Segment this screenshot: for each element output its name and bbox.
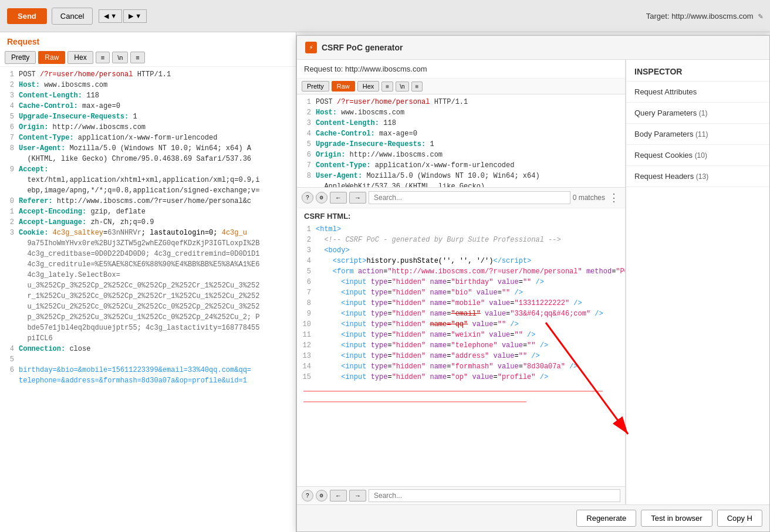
csrf-html-code[interactable]: 1<html> 2 <!-- CSRF PoC - generated by B… (297, 222, 625, 486)
modal-tab-raw[interactable]: Raw (332, 81, 355, 92)
forward-button[interactable]: ▶ ▼ (123, 9, 147, 23)
modal-icon-ln[interactable]: \n (396, 82, 408, 92)
csrf-html-section: CSRF HTML: 1<html> 2 <!-- CSRF PoC - gen… (297, 208, 625, 504)
inspector-item-label: Query Parameters (1) (634, 109, 708, 117)
csrf-html-label: CSRF HTML: (297, 208, 625, 222)
csrf-icon: ⚡ (305, 42, 317, 53)
search-input[interactable] (369, 191, 570, 204)
test-in-browser-button[interactable]: Test in browser (641, 510, 712, 527)
top-search-bar: ? ⚙ ← → 0 matches ⋮ (297, 187, 625, 208)
request-panel: Request Pretty Raw Hex ≡ \n ≡ 1POST /?r=… (0, 32, 296, 532)
inspector-query-parameters[interactable]: Query Parameters (1) (626, 103, 769, 124)
tab-pretty[interactable]: Pretty (5, 51, 36, 64)
settings-button-bottom[interactable]: ⚙ (316, 490, 327, 501)
icon-menu[interactable]: ≡ (130, 52, 144, 63)
modal-body: Request to: http://www.iboscms.com Prett… (297, 60, 769, 504)
edit-icon[interactable]: ✎ (758, 11, 763, 21)
inspector-body-parameters[interactable]: Body Parameters (11) (626, 124, 769, 145)
request-code-area[interactable]: 1POST /?r=user/home/personal HTTP/1.1 2H… (0, 67, 296, 514)
back-search-button[interactable]: ← (330, 192, 347, 204)
modal-icon-wrap[interactable]: ≡ (381, 82, 393, 92)
target-label: Target: http://www.iboscms.com (646, 12, 754, 21)
request-toolbar: Pretty Raw Hex ≡ \n ≡ (0, 49, 296, 67)
modal-request-code[interactable]: 1POST /?r=user/home/personal HTTP/1.1 2H… (297, 94, 625, 187)
icon-ln[interactable]: \n (112, 52, 128, 63)
modal-footer: Regenerate Test in browser Copy H (297, 504, 769, 531)
nav-arrows: ◀ ▼ ▶ ▼ (99, 9, 147, 23)
inspector-request-headers[interactable]: Request Headers (13) (626, 166, 769, 187)
matches-label: 0 matches (573, 194, 605, 202)
inspector-item-label: Body Parameters (11) (634, 130, 708, 138)
modal-header: ⚡ CSRF PoC generator (297, 36, 769, 60)
forward-search-button[interactable]: → (349, 192, 366, 204)
back-search-button-bottom[interactable]: ← (330, 490, 347, 501)
modal-icon-menu[interactable]: ≡ (411, 82, 423, 92)
modal-toolbar: Pretty Raw Hex ≡ \n ≡ (297, 79, 625, 94)
bottom-search-input[interactable] (369, 489, 620, 502)
inspector-panel: INSPECTOR Request Attributes Query Param… (626, 60, 769, 504)
tab-raw[interactable]: Raw (38, 51, 65, 64)
inspector-request-cookies[interactable]: Request Cookies (10) (626, 145, 769, 166)
request-panel-title: Request (0, 32, 296, 49)
tab-hex[interactable]: Hex (67, 51, 93, 64)
settings-button[interactable]: ⚙ (316, 192, 327, 204)
bottom-search-bar: ? ⚙ ← → (297, 486, 625, 504)
help-button[interactable]: ? (302, 192, 313, 204)
inspector-item-label: Request Attributes (634, 87, 697, 96)
inspector-item-label: Request Cookies (10) (634, 151, 707, 160)
inspector-request-attributes[interactable]: Request Attributes (626, 82, 769, 103)
copy-button[interactable]: Copy H (717, 510, 762, 527)
back-button[interactable]: ◀ ▼ (99, 9, 122, 23)
inspector-title: INSPECTOR (626, 60, 769, 82)
top-toolbar: Send Cancel ◀ ▼ ▶ ▼ Target: http://www.i… (0, 0, 770, 32)
request-view-top: Pretty Raw Hex ≡ \n ≡ 1POST /?r=user/hom… (297, 79, 625, 208)
modal-tab-pretty[interactable]: Pretty (302, 81, 329, 92)
modal-left: Request to: http://www.iboscms.com Prett… (297, 60, 626, 504)
cancel-button[interactable]: Cancel (52, 8, 93, 25)
modal-tab-hex[interactable]: Hex (357, 81, 380, 92)
inspector-item-label: Request Headers (13) (634, 172, 708, 181)
help-button-bottom[interactable]: ? (302, 490, 313, 501)
forward-search-button-bottom[interactable]: → (349, 490, 366, 501)
send-button[interactable]: Send (7, 8, 47, 24)
csrf-modal: ⚡ CSRF PoC generator Request to: http://… (296, 35, 770, 532)
modal-title: CSRF PoC generator (322, 43, 403, 52)
regenerate-button[interactable]: Regenerate (576, 510, 636, 527)
dot-menu-top[interactable]: ⋮ (607, 190, 620, 205)
icon-wrap[interactable]: ≡ (96, 52, 110, 63)
request-to-line: Request to: http://www.iboscms.com (297, 60, 625, 79)
